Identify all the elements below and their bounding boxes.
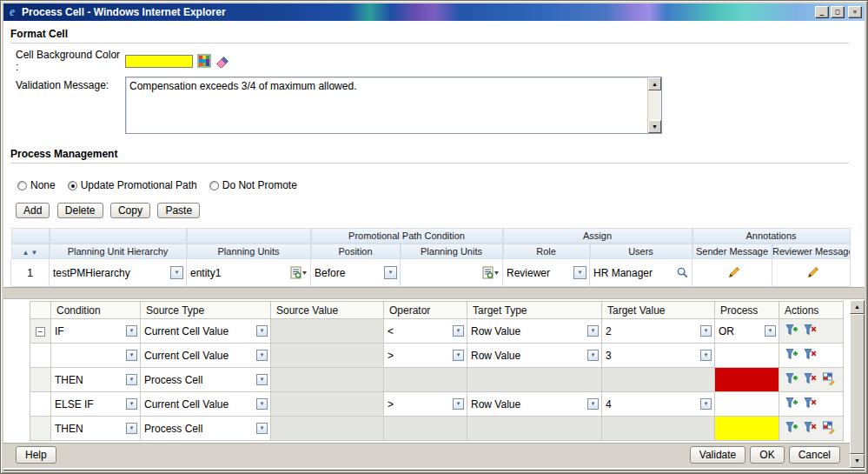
add-condition-icon[interactable] (785, 323, 798, 337)
collapse-row-icon[interactable]: − (36, 327, 45, 337)
condition-planning-units-cell[interactable] (401, 259, 503, 287)
delete-condition-icon[interactable] (803, 420, 817, 434)
source-type-cell[interactable]: Current Cell Value▼ (141, 392, 271, 417)
validation-message-textarea[interactable]: Compensation exceeds 3/4 of maximum allo… (125, 77, 662, 134)
member-selector-icon[interactable] (482, 266, 500, 280)
radio-do-not-promote[interactable]: Do Not Promote (209, 179, 297, 191)
planning-units-cell[interactable]: entity1 (187, 259, 311, 287)
dropdown-arrow-icon[interactable]: ▼ (256, 350, 268, 361)
member-selector-icon[interactable] (290, 266, 308, 280)
operator-cell[interactable]: >▼ (384, 344, 467, 368)
add-condition-icon[interactable] (785, 347, 798, 361)
vertical-scrollbar[interactable]: ▲ ▼ (850, 300, 865, 468)
radio-update-icon[interactable] (68, 181, 77, 190)
dropdown-arrow-icon[interactable]: ▼ (700, 398, 712, 410)
dropdown-arrow-icon[interactable]: ▼ (587, 325, 599, 337)
users-cell[interactable]: HR Manager (590, 259, 692, 287)
add-condition-icon[interactable] (785, 396, 798, 410)
sender-message-edit-icon[interactable] (728, 265, 741, 278)
dropdown-arrow-icon[interactable]: ▼ (256, 423, 268, 434)
target-value-cell[interactable]: 4▼ (602, 392, 715, 417)
radio-do-not-promote-icon[interactable] (209, 181, 219, 190)
dropdown-arrow-icon[interactable]: ▼ (126, 398, 137, 410)
condition-cell[interactable]: IF▼ (51, 319, 141, 344)
target-type-cell[interactable]: Row Value▼ (467, 319, 602, 344)
maximize-button[interactable]: □ (831, 6, 845, 18)
dropdown-arrow-icon[interactable]: ▼ (587, 350, 599, 361)
dropdown-arrow-icon[interactable]: ▼ (573, 266, 586, 279)
dropdown-arrow-icon[interactable]: ▼ (170, 266, 183, 279)
condition-cell[interactable]: THEN▼ (51, 368, 141, 392)
scroll-down-icon[interactable]: ▼ (850, 454, 865, 468)
dropdown-arrow-icon[interactable]: ▼ (384, 266, 397, 279)
clear-color-eraser-icon[interactable] (215, 54, 229, 68)
dropdown-arrow-icon[interactable]: ▼ (700, 325, 712, 337)
condition-cell[interactable]: ▼ (51, 344, 141, 368)
close-button[interactable]: ✕ (848, 6, 862, 18)
scroll-up-icon[interactable]: ▲ (648, 77, 661, 90)
minimize-button[interactable]: _ (815, 6, 829, 18)
dropdown-arrow-icon[interactable]: ▼ (256, 398, 268, 410)
dropdown-arrow-icon[interactable]: ▼ (453, 398, 464, 410)
scroll-down-icon[interactable]: ▼ (648, 120, 661, 133)
cancel-button[interactable]: Cancel (789, 446, 840, 464)
move-up-icon[interactable]: ▲ (22, 249, 30, 257)
radio-none-icon[interactable] (17, 181, 27, 190)
reviewer-message-edit-icon[interactable] (807, 265, 820, 278)
copy-button[interactable]: Copy (110, 203, 150, 218)
delete-button[interactable]: Delete (57, 203, 103, 218)
source-type-cell[interactable]: Current Cell Value▼ (141, 319, 271, 344)
role-cell[interactable]: Reviewer ▼ (503, 259, 590, 287)
paste-button[interactable]: Paste (157, 203, 200, 218)
process-cell[interactable] (715, 392, 779, 417)
dropdown-arrow-icon[interactable]: ▼ (256, 374, 268, 385)
radio-update-promotional-path[interactable]: Update Promotional Path (68, 179, 197, 191)
bg-color-swatch[interactable] (125, 55, 193, 68)
validate-button[interactable]: Validate (690, 446, 745, 464)
add-button[interactable]: Add (16, 203, 50, 218)
title-bar[interactable]: e Process Cell - Windows Internet Explor… (3, 3, 865, 21)
position-cell[interactable]: Before ▼ (311, 259, 401, 287)
help-button[interactable]: Help (16, 446, 56, 464)
condition-cell[interactable]: THEN▼ (51, 417, 141, 441)
process-color-cell[interactable] (715, 368, 779, 392)
dropdown-arrow-icon[interactable]: ▼ (453, 325, 464, 337)
add-condition-icon[interactable] (785, 420, 798, 434)
ok-button[interactable]: OK (750, 446, 784, 464)
dropdown-arrow-icon[interactable]: ▼ (453, 350, 464, 361)
format-cell-icon[interactable] (822, 371, 836, 385)
move-down-icon[interactable]: ▼ (30, 249, 39, 257)
format-cell-icon[interactable] (822, 420, 836, 434)
dropdown-arrow-icon[interactable]: ▼ (700, 350, 712, 361)
delete-condition-icon[interactable] (803, 396, 817, 410)
hierarchy-cell[interactable]: testPMHierarchy ▼ (50, 259, 187, 287)
source-type-cell[interactable]: Process Cell▼ (141, 417, 271, 441)
scroll-up-icon[interactable]: ▲ (850, 300, 865, 314)
dropdown-arrow-icon[interactable]: ▼ (256, 325, 268, 337)
operator-cell[interactable]: >▼ (384, 392, 467, 417)
dropdown-arrow-icon[interactable]: ▼ (587, 398, 599, 410)
scrollbar-thumb[interactable] (850, 314, 865, 454)
process-cell[interactable]: OR▼ (715, 319, 779, 344)
target-type-cell[interactable]: Row Value▼ (467, 392, 602, 417)
process-color-cell[interactable] (715, 417, 779, 441)
color-picker-icon[interactable] (197, 54, 211, 68)
dropdown-arrow-icon[interactable]: ▼ (126, 374, 137, 385)
target-value-cell[interactable]: 3▼ (602, 344, 715, 368)
source-type-cell[interactable]: Process Cell▼ (141, 368, 271, 392)
dropdown-arrow-icon[interactable]: ▼ (126, 423, 137, 434)
delete-condition-icon[interactable] (803, 347, 817, 361)
target-type-cell[interactable]: Row Value▼ (467, 344, 602, 368)
dropdown-arrow-icon[interactable]: ▼ (765, 325, 776, 337)
operator-cell[interactable]: <▼ (384, 319, 467, 344)
target-value-cell[interactable]: 2▼ (602, 319, 715, 344)
user-search-icon[interactable] (676, 266, 689, 279)
delete-condition-icon[interactable] (803, 371, 817, 385)
condition-cell[interactable]: ELSE IF▼ (51, 392, 141, 417)
dropdown-arrow-icon[interactable]: ▼ (126, 350, 137, 361)
textarea-scrollbar[interactable]: ▲ ▼ (647, 77, 661, 133)
delete-condition-icon[interactable] (803, 323, 817, 337)
radio-none[interactable]: None (17, 179, 56, 191)
add-condition-icon[interactable] (785, 371, 798, 385)
dropdown-arrow-icon[interactable]: ▼ (126, 325, 137, 337)
